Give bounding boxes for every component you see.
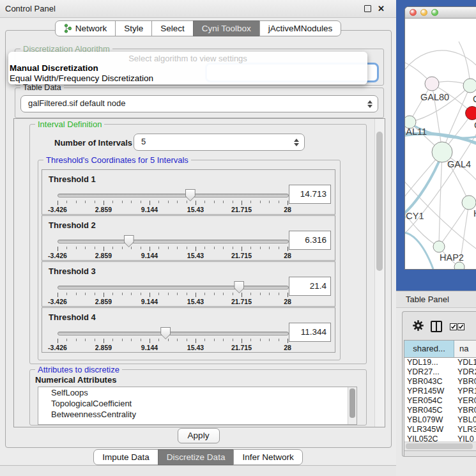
table-data-combobox[interactable]: galFiltered.sif default node [20,95,378,112]
tick-mark [104,201,104,205]
table-row[interactable]: YBL079WYBL0 [404,415,476,425]
slider-track[interactable] [58,286,289,289]
gear-icon[interactable] [413,320,424,334]
algorithm-option-equal-width[interactable]: Equal Width/Frequency Discretization [10,73,153,83]
tab-infer-network[interactable]: Infer Network [233,449,302,465]
threshold-value-field[interactable]: 21.4 [289,277,331,296]
slider-ticks [58,247,288,252]
threshold-row: Threshold 1 -3.4262.8599.14415.4321.7152… [42,169,335,215]
network-node[interactable] [454,262,464,269]
table-horizontal-scrollbar[interactable] [404,441,476,451]
apply-button[interactable]: Apply [178,428,220,443]
checkbox-icon[interactable] [457,323,464,330]
slider-thumb[interactable] [185,189,196,201]
slider-track[interactable] [58,194,289,197]
column-header-shared-name[interactable]: shared... [404,341,454,357]
checkbox-icon[interactable] [450,323,457,330]
slider-tick-labels: -3.4262.8599.14415.4321.71528 [58,344,288,351]
tab-label: Discretize Data [167,450,226,464]
list-item[interactable]: SelfLoops [38,387,357,398]
table-row[interactable]: YDR27...YDR2 [404,367,476,377]
numerical-attributes-label: Numerical Attributes [35,375,116,385]
tick-mark [260,247,261,249]
table-row[interactable]: YER054CYER0 [404,396,476,406]
table-row[interactable]: YBR043CYBR0 [404,377,476,387]
threshold-value-field[interactable]: 6.316 [289,231,331,250]
table-row[interactable]: YDL19...YDL1 [404,358,476,367]
network-node[interactable] [433,241,445,252]
network-view[interactable]: GAL80GACGAL11GAL4GCY1HHAP2 [405,19,476,269]
cell-name: YIL0 [454,434,476,441]
tick-label: 28 [284,298,291,305]
network-view-window: GAL80GACGAL11GAL4GCY1HHAP2 [404,6,476,270]
column-header-name[interactable]: na [454,341,476,357]
slider-thumb[interactable] [234,281,244,293]
scrollbar-thumb[interactable] [349,388,355,418]
network-node[interactable] [463,79,476,93]
tick-mark [250,247,251,249]
settings-vertical-scrollbar[interactable] [374,119,385,427]
tab-jactivemnodules[interactable]: jActiveMNodules [259,20,342,36]
tab-label: Impute Data [102,450,150,464]
list-item[interactable]: BetweennessCentrality [38,409,357,420]
tick-mark [233,247,233,249]
network-node[interactable] [425,77,439,91]
tick-mark [269,201,270,203]
table-row[interactable]: YLR345WYLR3 [404,425,476,434]
zoom-light[interactable] [431,9,438,16]
tab-discretize-data[interactable]: Discretize Data [158,449,234,465]
tick-label: 21.715 [231,206,252,213]
node-label: GCY1 [405,211,424,221]
interval-definition-group: Interval Definition Number of Intervals … [29,124,367,364]
float-window-icon[interactable] [364,5,371,12]
tick-mark [158,247,159,249]
tick-mark [95,293,95,295]
tab-cyni-toolbox[interactable]: Cyni Toolbox [193,20,260,36]
network-edge[interactable] [405,233,433,269]
table-row[interactable]: YIL052CYIL0 [404,434,476,441]
table-row[interactable]: YPR145WYPR1 [404,387,476,396]
tab-impute-data[interactable]: Impute Data [93,449,158,465]
network-node[interactable] [462,196,476,210]
tab-network[interactable]: Network [55,20,116,36]
cell-shared-name: YBR045C [404,406,454,415]
close-icon[interactable]: ✕ [378,0,385,17]
tab-select[interactable]: Select [151,20,194,36]
cell-shared-name: YLR345W [404,425,454,434]
slider-thumb[interactable] [124,235,134,247]
numerical-attributes-list[interactable]: SelfLoopsTopologicalCoefficientBetweenne… [38,387,357,425]
network-node[interactable] [466,107,476,120]
threshold-value-field[interactable]: 14.713 [289,185,331,204]
number-of-intervals-label: Number of Intervals [54,138,132,148]
tick-mark [187,247,187,249]
scrollbar-thumb[interactable] [376,132,383,271]
network-edge[interactable] [439,152,442,247]
threshold-row: Threshold 4 -3.4262.8599.14415.4321.7152… [42,307,335,353]
attributes-scrollbar[interactable] [348,387,357,424]
tick-mark [141,293,141,295]
tab-style[interactable]: Style [115,20,152,36]
network-edge[interactable] [405,154,442,218]
minimize-light[interactable] [420,9,427,16]
bottom-tab-strip: Impute DataDiscretize DataInfer Network [0,449,396,465]
tick-mark [58,201,58,205]
slider-track[interactable] [58,240,289,243]
slider-tick-labels: -3.4262.8599.14415.4321.71528 [58,206,288,213]
tick-mark [85,247,86,249]
scrollbar-thumb[interactable] [406,443,473,449]
cell-shared-name: YDR27... [404,367,454,377]
slider-track[interactable] [58,332,289,335]
table-row[interactable]: YBR045CYBR0 [404,406,476,415]
network-edge[interactable] [405,50,476,79]
threshold-value-field[interactable]: 11.344 [289,323,331,342]
split-column-icon[interactable] [431,321,442,332]
slider-thumb[interactable] [160,327,171,339]
algorithm-option-manual[interactable]: Manual Discretization [10,63,98,73]
number-of-intervals-combobox[interactable]: 5 [134,134,305,151]
list-item[interactable]: TopologicalCoefficient [38,398,357,409]
threshold-label: Threshold 2 [49,220,96,230]
tick-label: 15.43 [187,206,204,213]
threshold-list: Threshold 1 -3.4262.8599.14415.4321.7152… [42,169,335,353]
tick-mark [141,201,141,203]
close-light[interactable] [410,9,417,16]
